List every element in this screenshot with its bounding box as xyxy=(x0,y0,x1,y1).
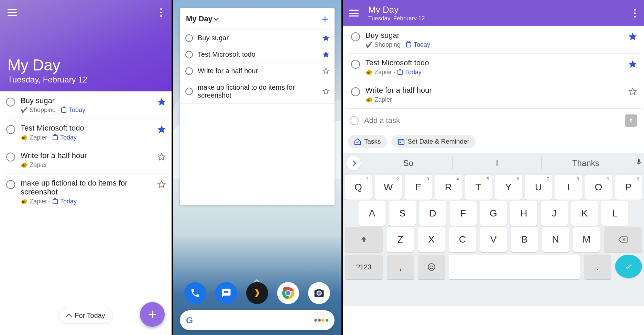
key-R[interactable]: 4R xyxy=(435,175,462,200)
chip-set-date[interactable]: Set Date & Reminder xyxy=(391,135,476,148)
key-E[interactable]: 3E xyxy=(405,175,432,200)
submit-task-button[interactable] xyxy=(625,114,637,127)
task-row[interactable]: make up fictional to do items for screen… xyxy=(5,174,168,210)
star-icon[interactable] xyxy=(322,88,330,95)
task-row[interactable]: Test Microsoft todo 🐠 Zapier · Today xyxy=(348,54,639,81)
widget-task-row[interactable]: Buy sugar xyxy=(180,30,335,46)
dock-messages[interactable] xyxy=(215,282,237,304)
key-space[interactable] xyxy=(449,255,580,279)
key-K[interactable]: K xyxy=(571,201,598,226)
key-backspace[interactable] xyxy=(604,227,642,252)
menu-icon[interactable] xyxy=(8,9,17,16)
star-icon[interactable] xyxy=(157,125,166,134)
key-N[interactable]: N xyxy=(542,227,569,252)
star-icon[interactable] xyxy=(322,67,330,75)
key-F[interactable]: F xyxy=(450,201,477,226)
add-task-input[interactable] xyxy=(364,116,619,125)
key-J[interactable]: J xyxy=(541,201,568,226)
star-button[interactable] xyxy=(625,31,637,43)
star-button[interactable] xyxy=(154,96,166,108)
suggestion[interactable]: I xyxy=(453,157,542,169)
key-S[interactable]: S xyxy=(389,201,416,226)
overflow-icon[interactable] xyxy=(632,7,638,20)
star-button[interactable] xyxy=(154,179,166,190)
widget-add-button[interactable]: + xyxy=(321,13,328,25)
star-button[interactable] xyxy=(154,151,166,163)
star-icon[interactable] xyxy=(628,87,637,96)
dock-chrome[interactable] xyxy=(277,282,299,304)
key-C[interactable]: C xyxy=(449,227,476,252)
key-P[interactable]: 0P xyxy=(615,175,642,200)
checkbox-icon[interactable] xyxy=(185,67,193,75)
task-row[interactable]: Write for a half hour 🐠 Zapier xyxy=(348,81,639,109)
key-U[interactable]: 7U xyxy=(525,175,552,200)
star-icon[interactable] xyxy=(322,51,330,58)
key-comma[interactable]: , xyxy=(387,255,414,279)
checkbox-icon[interactable] xyxy=(6,98,15,107)
key-T[interactable]: 5T xyxy=(465,175,492,200)
key-Y[interactable]: 6Y xyxy=(495,175,522,200)
suggestion[interactable]: Thanks xyxy=(542,157,630,169)
checkbox-icon[interactable] xyxy=(351,32,360,41)
checkbox-icon[interactable] xyxy=(6,180,15,189)
todo-widget[interactable]: My Day + Buy sugar Test Microsoft todo W… xyxy=(180,8,335,205)
key-B[interactable]: B xyxy=(511,227,538,252)
star-button[interactable] xyxy=(154,124,166,135)
key-M[interactable]: M xyxy=(573,227,600,252)
star-icon[interactable] xyxy=(322,34,330,42)
star-icon[interactable] xyxy=(157,180,166,189)
key-H[interactable]: H xyxy=(510,201,537,226)
task-row[interactable]: Test Microsoft todo 🐠 Zapier · Today xyxy=(5,119,168,146)
key-Z[interactable]: Z xyxy=(387,227,414,252)
menu-icon[interactable] xyxy=(349,10,359,16)
widget-task-row[interactable]: Test Microsoft todo xyxy=(180,46,335,63)
for-today-button[interactable]: For Today xyxy=(58,308,113,323)
task-row[interactable]: Buy sugar ✔️ Shopping · Today xyxy=(5,91,168,119)
key-V[interactable]: V xyxy=(480,227,507,252)
suggestion[interactable]: So xyxy=(364,157,453,169)
overflow-icon[interactable] xyxy=(158,6,164,19)
checkbox-icon[interactable] xyxy=(185,51,193,58)
key-emoji[interactable] xyxy=(418,255,445,279)
key-G[interactable]: G xyxy=(480,201,507,226)
dock-phone[interactable] xyxy=(184,282,206,304)
key-Q[interactable]: 1Q xyxy=(345,175,372,200)
checkbox-icon[interactable] xyxy=(6,153,15,161)
checkbox-icon[interactable] xyxy=(351,60,360,69)
key-W[interactable]: 2W xyxy=(375,175,402,200)
key-L[interactable]: L xyxy=(601,201,628,226)
key-A[interactable]: A xyxy=(359,201,385,226)
widget-task-row[interactable]: Write for a half hour xyxy=(180,63,335,79)
star-icon[interactable] xyxy=(628,60,637,69)
key-D[interactable]: D xyxy=(419,201,446,226)
key-X[interactable]: X xyxy=(418,227,445,252)
star-icon[interactable] xyxy=(157,153,166,161)
task-row[interactable]: Write for a half hour 🐠 Zapier xyxy=(5,146,168,174)
checkbox-empty-icon[interactable] xyxy=(350,116,359,125)
dock-camera[interactable] xyxy=(308,282,330,304)
dock-plex[interactable] xyxy=(246,282,268,304)
search-bar[interactable]: G xyxy=(180,310,335,330)
mic-icon[interactable] xyxy=(630,158,644,168)
key-period[interactable]: . xyxy=(584,255,611,279)
key-enter[interactable] xyxy=(615,255,642,278)
widget-task-row[interactable]: make up fictional to do items for screen… xyxy=(180,79,335,104)
checkbox-icon[interactable] xyxy=(6,125,15,134)
add-task-fab[interactable] xyxy=(140,302,165,327)
star-icon[interactable] xyxy=(157,98,166,107)
star-button[interactable] xyxy=(625,86,637,98)
star-icon[interactable] xyxy=(628,32,637,41)
widget-title-button[interactable]: My Day xyxy=(186,14,218,23)
key-I[interactable]: 8I xyxy=(555,175,582,200)
assistant-icon[interactable] xyxy=(314,319,328,322)
key-O[interactable]: 9O xyxy=(585,175,612,200)
checkbox-icon[interactable] xyxy=(185,88,193,95)
star-button[interactable] xyxy=(625,58,637,70)
key-shift[interactable] xyxy=(345,227,383,252)
expand-suggestions-button[interactable] xyxy=(346,156,361,170)
chip-tasks[interactable]: Tasks xyxy=(348,135,387,148)
checkbox-icon[interactable] xyxy=(185,34,193,42)
key-symbols[interactable]: ?123 xyxy=(345,255,383,279)
task-row[interactable]: Buy sugar ✔️ Shopping · Today xyxy=(348,26,639,54)
checkbox-icon[interactable] xyxy=(351,87,360,96)
